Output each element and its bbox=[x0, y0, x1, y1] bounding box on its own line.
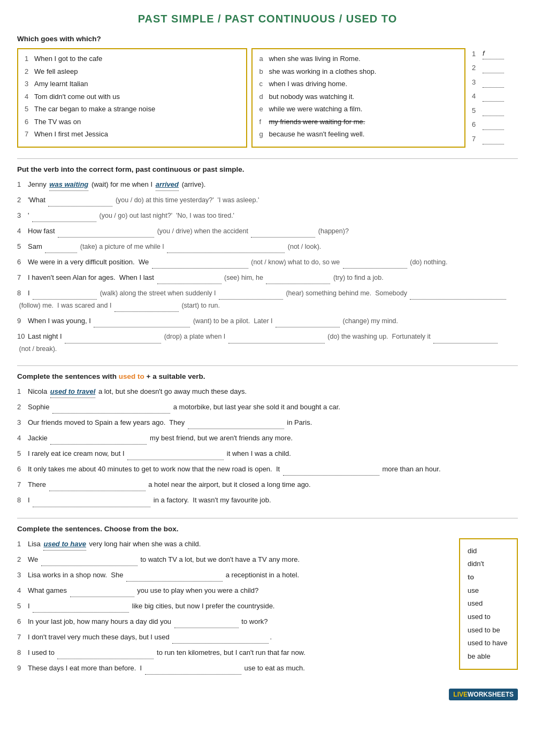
section3-list: 1 Nicola used to travel a lot, but she d… bbox=[17, 386, 518, 507]
s2-sentence-1: 1 Jenny was waiting (wait) for me when I… bbox=[17, 179, 518, 191]
s4-sentence-1: 1 Lisa used to have very long hair when … bbox=[17, 538, 449, 551]
match-left-5: 5 The car began to make a strange noise bbox=[25, 104, 240, 114]
section3: Complete the sentences with used to + a … bbox=[17, 372, 518, 507]
s3-sentence-4: 4 Jackie my best friend, but we aren't f… bbox=[17, 432, 518, 445]
liveworksheets-logo-box: LIVEWORKSHEETS bbox=[449, 689, 518, 700]
answer-3: 3 bbox=[472, 77, 518, 88]
s4-sentence-4: 4 What games you use to play when you we… bbox=[17, 585, 449, 597]
s2-sentence-8: 8 I (walk) along the street when suddenl… bbox=[17, 287, 518, 312]
s2-sentence-4: 4 How fast (you / drive) when the accide… bbox=[17, 225, 518, 238]
section2: Put the verb into the correct form, past… bbox=[17, 165, 518, 355]
section2-list: 1 Jenny was waiting (wait) for me when I… bbox=[17, 179, 518, 355]
s4-sentence-8: 8 I used to to run ten kilometres, but I… bbox=[17, 647, 449, 659]
match-left-4: 4 Tom didn't come out with us bbox=[25, 91, 240, 102]
match-right-a: a when she was living in Rome. bbox=[259, 54, 458, 64]
s4-sentence-6: 6 In your last job, how many hours a day… bbox=[17, 616, 449, 628]
s4-sentence-2: 2 We to watch TV a lot, but we don't hav… bbox=[17, 554, 449, 566]
divider-1 bbox=[17, 158, 518, 159]
match-left-1: 1 When I got to the cafe bbox=[25, 54, 240, 64]
s3-sentence-1: 1 Nicola used to travel a lot, but she d… bbox=[17, 386, 518, 398]
section4-list: 1 Lisa used to have very long hair when … bbox=[17, 538, 518, 675]
s4-sentence-3: 3 Lisa works in a shop now. She a recept… bbox=[17, 569, 449, 582]
match-left-7: 7 When I first met Jessica bbox=[25, 129, 240, 140]
word-box: did didn't to use used used to used to b… bbox=[459, 538, 518, 670]
s3-sentence-2: 2 Sophie a motorbike, but last year she … bbox=[17, 401, 518, 414]
s2-sentence-7: 7 I haven't seen Alan for ages. When I l… bbox=[17, 272, 518, 284]
answer-7: 7 bbox=[472, 133, 518, 144]
s3-sentence-3: 3 Our friends moved to Spain a few years… bbox=[17, 417, 518, 429]
s3-sentence-8: 8 I in a factory. It wasn't my favourite… bbox=[17, 494, 518, 507]
match-left-3: 3 Amy learnt Italian bbox=[25, 79, 240, 89]
footer-logo: LIVEWORKSHEETS bbox=[17, 689, 518, 700]
s2-sentence-10: 10 Last night I (drop) a plate when I (d… bbox=[17, 331, 518, 354]
match-left-col: 1 When I got to the cafe 2 We fell aslee… bbox=[17, 48, 247, 148]
match-right-d: d but nobody was watching it. bbox=[259, 91, 458, 102]
s4-sentence-5: 5 I like big cities, but now I prefer th… bbox=[17, 600, 449, 613]
section1-heading: Which goes with which? bbox=[17, 35, 518, 43]
match-right-g: g because he wasn't feeling well. bbox=[259, 129, 458, 140]
match-container: 1 When I got to the cafe 2 We fell aslee… bbox=[17, 48, 518, 148]
section4-heading: Complete the sentences. Choose from the … bbox=[17, 525, 518, 533]
divider-3 bbox=[17, 518, 518, 518]
match-left-2: 2 We fell asleep bbox=[25, 66, 240, 77]
s3-sentence-7: 7 There a hotel near the airport, but it… bbox=[17, 479, 518, 491]
s2-sentence-5: 5 Sam (take) a picture of me while I (no… bbox=[17, 241, 518, 253]
s2-sentence-3: 3 ' (you / go) out last night?' 'No, I w… bbox=[17, 210, 518, 222]
answer-6: 6 bbox=[472, 119, 518, 131]
s3-sentence-5: 5 I rarely eat ice cream now, but I it w… bbox=[17, 448, 518, 460]
match-answers-col: 1 f 2 3 4 5 6 bbox=[470, 48, 518, 148]
section2-heading: Put the verb into the correct form, past… bbox=[17, 165, 518, 173]
answer-5: 5 bbox=[472, 105, 518, 116]
section3-heading: Complete the sentences with used to + a … bbox=[17, 372, 518, 380]
s3-sentence-6: 6 It only takes me about 40 minutes to g… bbox=[17, 463, 518, 476]
section4: Complete the sentences. Choose from the … bbox=[17, 525, 518, 678]
s2-sentence-6: 6 We were in a very difficult position. … bbox=[17, 256, 518, 269]
divider-2 bbox=[17, 365, 518, 366]
section1: Which goes with which? 1 When I got to t… bbox=[17, 35, 518, 148]
s2-sentence-2: 2 'What (you / do) at this time yesterda… bbox=[17, 194, 518, 207]
match-right-c: c when I was driving home. bbox=[259, 79, 458, 89]
match-left-6: 6 The TV was on bbox=[25, 117, 240, 127]
match-right-e: e while we were watching a film. bbox=[259, 104, 458, 114]
match-right-col: a when she was living in Rome. b she was… bbox=[251, 48, 465, 148]
answer-4: 4 bbox=[472, 91, 518, 102]
answer-1: 1 f bbox=[472, 48, 518, 59]
page-title: PAST SIMPLE / PAST CONTINUOUS / USED TO bbox=[17, 13, 518, 25]
answer-2: 2 bbox=[472, 63, 518, 74]
match-right-b: b she was working in a clothes shop. bbox=[259, 66, 458, 77]
match-right-f: f my friends were waiting for me. bbox=[259, 117, 458, 127]
s2-sentence-9: 9 When I was young, I (want) to be a pil… bbox=[17, 315, 518, 327]
s4-sentence-9: 9 These days I eat more than before. I u… bbox=[17, 662, 449, 675]
s4-sentence-7: 7 I don't travel very much these days, b… bbox=[17, 631, 449, 644]
